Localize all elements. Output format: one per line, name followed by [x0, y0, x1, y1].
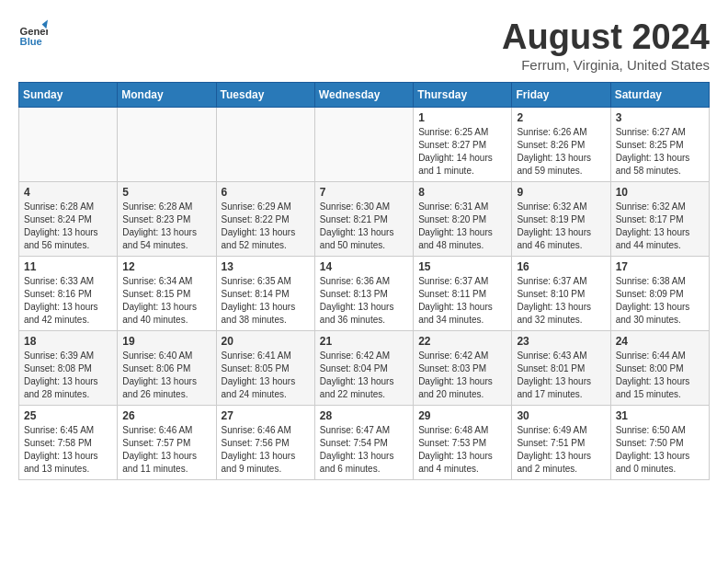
- sunrise-text: Sunrise: 6:29 AM: [222, 201, 310, 213]
- svg-text:Blue: Blue: [20, 36, 42, 47]
- sunrise-text: Sunrise: 6:36 AM: [320, 275, 408, 288]
- calendar-cell: 16 Sunrise: 6:37 AM Sunset: 8:10 PM Dayl…: [512, 256, 610, 330]
- weekday-header: Thursday: [414, 82, 512, 107]
- sunrise-text: Sunrise: 6:49 AM: [517, 424, 605, 437]
- day-number: 2: [517, 111, 605, 124]
- sunset-text: Sunset: 8:13 PM: [320, 288, 408, 301]
- cell-data: Sunrise: 6:34 AM Sunset: 8:15 PM Dayligh…: [122, 275, 210, 327]
- location: Ferrum, Virginia, United States: [502, 57, 710, 73]
- daylight-text: Daylight: 13 hours and 38 minutes.: [222, 301, 310, 327]
- calendar-cell: 21 Sunrise: 6:42 AM Sunset: 8:04 PM Dayl…: [314, 330, 413, 405]
- calendar-cell: 2 Sunrise: 6:26 AM Sunset: 8:26 PM Dayli…: [512, 107, 610, 181]
- calendar-cell: 11 Sunrise: 6:33 AM Sunset: 8:16 PM Dayl…: [19, 256, 118, 330]
- calendar-cell: 14 Sunrise: 6:36 AM Sunset: 8:13 PM Dayl…: [314, 256, 413, 330]
- sunset-text: Sunset: 8:06 PM: [122, 362, 210, 375]
- sunrise-text: Sunrise: 6:35 AM: [222, 275, 310, 288]
- sunrise-text: Sunrise: 6:40 AM: [122, 350, 210, 362]
- calendar-cell: 19 Sunrise: 6:40 AM Sunset: 8:06 PM Dayl…: [118, 330, 216, 405]
- day-number: 23: [517, 335, 605, 348]
- day-number: 5: [122, 186, 210, 199]
- daylight-text: Daylight: 13 hours and 20 minutes.: [418, 375, 506, 401]
- daylight-text: Daylight: 13 hours and 34 minutes.: [418, 301, 506, 327]
- day-number: 15: [418, 260, 506, 273]
- calendar-cell: 24 Sunrise: 6:44 AM Sunset: 8:00 PM Dayl…: [610, 330, 709, 405]
- sunset-text: Sunset: 8:24 PM: [24, 213, 112, 226]
- calendar-cell: 5 Sunrise: 6:28 AM Sunset: 8:23 PM Dayli…: [118, 181, 216, 256]
- cell-data: Sunrise: 6:40 AM Sunset: 8:06 PM Dayligh…: [122, 350, 210, 401]
- daylight-text: Daylight: 13 hours and 46 minutes.: [517, 226, 605, 252]
- calendar-cell: 31 Sunrise: 6:50 AM Sunset: 7:50 PM Dayl…: [610, 405, 709, 479]
- cell-data: Sunrise: 6:45 AM Sunset: 7:58 PM Dayligh…: [24, 424, 112, 476]
- daylight-text: Daylight: 13 hours and 44 minutes.: [616, 226, 704, 252]
- day-number: 21: [320, 335, 408, 348]
- day-number: 20: [222, 335, 310, 348]
- cell-data: Sunrise: 6:48 AM Sunset: 7:53 PM Dayligh…: [418, 424, 506, 476]
- sunset-text: Sunset: 8:10 PM: [517, 288, 605, 301]
- calendar-cell: 17 Sunrise: 6:38 AM Sunset: 8:09 PM Dayl…: [610, 256, 709, 330]
- day-number: 11: [24, 260, 112, 273]
- calendar-cell: 28 Sunrise: 6:47 AM Sunset: 7:54 PM Dayl…: [314, 405, 413, 479]
- sunset-text: Sunset: 7:56 PM: [222, 437, 310, 450]
- calendar-cell: 26 Sunrise: 6:46 AM Sunset: 7:57 PM Dayl…: [118, 405, 216, 479]
- title-block: August 2024 Ferrum, Virginia, United Sta…: [502, 18, 710, 73]
- calendar-cell: 1 Sunrise: 6:25 AM Sunset: 8:27 PM Dayli…: [414, 107, 512, 181]
- sunrise-text: Sunrise: 6:47 AM: [320, 424, 408, 437]
- sunrise-text: Sunrise: 6:37 AM: [418, 275, 506, 288]
- cell-data: Sunrise: 6:39 AM Sunset: 8:08 PM Dayligh…: [24, 350, 112, 401]
- sunrise-text: Sunrise: 6:37 AM: [517, 275, 605, 288]
- calendar-cell: 12 Sunrise: 6:34 AM Sunset: 8:15 PM Dayl…: [118, 256, 216, 330]
- day-number: 30: [517, 409, 605, 422]
- cell-data: Sunrise: 6:49 AM Sunset: 7:51 PM Dayligh…: [517, 424, 605, 476]
- day-number: 27: [222, 409, 310, 422]
- sunset-text: Sunset: 8:01 PM: [517, 362, 605, 375]
- cell-data: Sunrise: 6:27 AM Sunset: 8:25 PM Dayligh…: [616, 126, 704, 178]
- sunrise-text: Sunrise: 6:26 AM: [517, 126, 605, 139]
- logo-icon: General Blue: [18, 18, 48, 48]
- day-number: 31: [616, 409, 704, 422]
- daylight-text: Daylight: 13 hours and 58 minutes.: [616, 152, 704, 178]
- sunset-text: Sunset: 8:27 PM: [418, 139, 506, 152]
- cell-data: Sunrise: 6:32 AM Sunset: 8:19 PM Dayligh…: [517, 201, 605, 252]
- daylight-text: Daylight: 13 hours and 59 minutes.: [517, 152, 605, 178]
- daylight-text: Daylight: 13 hours and 11 minutes.: [122, 450, 210, 476]
- sunrise-text: Sunrise: 6:32 AM: [517, 201, 605, 213]
- day-number: 28: [320, 409, 408, 422]
- weekday-header: Friday: [512, 82, 610, 107]
- sunset-text: Sunset: 8:22 PM: [222, 213, 310, 226]
- cell-data: Sunrise: 6:25 AM Sunset: 8:27 PM Dayligh…: [418, 126, 506, 178]
- daylight-text: Daylight: 13 hours and 9 minutes.: [222, 450, 310, 476]
- sunrise-text: Sunrise: 6:42 AM: [418, 350, 506, 362]
- sunset-text: Sunset: 8:05 PM: [222, 362, 310, 375]
- sunset-text: Sunset: 8:23 PM: [122, 213, 210, 226]
- weekday-header: Saturday: [610, 82, 709, 107]
- cell-data: Sunrise: 6:35 AM Sunset: 8:14 PM Dayligh…: [222, 275, 310, 327]
- sunrise-text: Sunrise: 6:48 AM: [418, 424, 506, 437]
- sunrise-text: Sunrise: 6:31 AM: [418, 201, 506, 213]
- sunset-text: Sunset: 8:17 PM: [616, 213, 704, 226]
- calendar-cell: 7 Sunrise: 6:30 AM Sunset: 8:21 PM Dayli…: [314, 181, 413, 256]
- sunset-text: Sunset: 8:00 PM: [616, 362, 704, 375]
- page-header: General Blue August 2024 Ferrum, Virgini…: [18, 18, 710, 73]
- calendar-cell: 30 Sunrise: 6:49 AM Sunset: 7:51 PM Dayl…: [512, 405, 610, 479]
- sunset-text: Sunset: 8:08 PM: [24, 362, 112, 375]
- daylight-text: Daylight: 13 hours and 56 minutes.: [24, 226, 112, 252]
- day-number: 16: [517, 260, 605, 273]
- calendar-cell: [19, 107, 118, 181]
- sunrise-text: Sunrise: 6:38 AM: [616, 275, 704, 288]
- calendar-cell: 27 Sunrise: 6:46 AM Sunset: 7:56 PM Dayl…: [216, 405, 314, 479]
- daylight-text: Daylight: 13 hours and 17 minutes.: [517, 375, 605, 401]
- day-number: 10: [616, 186, 704, 199]
- cell-data: Sunrise: 6:42 AM Sunset: 8:03 PM Dayligh…: [418, 350, 506, 401]
- day-number: 3: [616, 111, 704, 124]
- cell-data: Sunrise: 6:37 AM Sunset: 8:10 PM Dayligh…: [517, 275, 605, 327]
- day-number: 18: [24, 335, 112, 348]
- day-number: 6: [222, 186, 310, 199]
- sunrise-text: Sunrise: 6:25 AM: [418, 126, 506, 139]
- daylight-text: Daylight: 13 hours and 13 minutes.: [24, 450, 112, 476]
- cell-data: Sunrise: 6:32 AM Sunset: 8:17 PM Dayligh…: [616, 201, 704, 252]
- sunrise-text: Sunrise: 6:34 AM: [122, 275, 210, 288]
- calendar-cell: 3 Sunrise: 6:27 AM Sunset: 8:25 PM Dayli…: [610, 107, 709, 181]
- daylight-text: Daylight: 13 hours and 36 minutes.: [320, 301, 408, 327]
- daylight-text: Daylight: 13 hours and 32 minutes.: [517, 301, 605, 327]
- cell-data: Sunrise: 6:44 AM Sunset: 8:00 PM Dayligh…: [616, 350, 704, 401]
